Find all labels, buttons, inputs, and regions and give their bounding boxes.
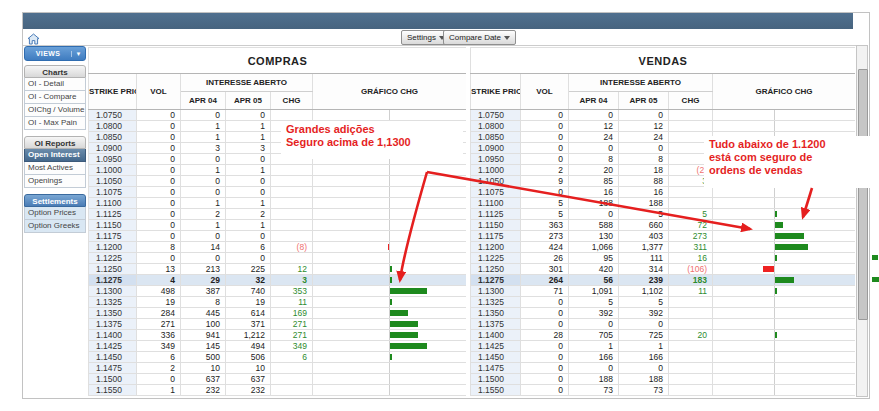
settings-dropdown-label: Settings bbox=[407, 33, 436, 42]
table-row[interactable]: 1.11255055 bbox=[471, 209, 856, 220]
chevron-down-icon bbox=[504, 36, 510, 40]
table-row[interactable]: 1.1225269511116 bbox=[471, 253, 856, 264]
apr04-cell: 8 bbox=[181, 297, 226, 308]
apr04-cell: 5 bbox=[569, 297, 619, 308]
table-row[interactable]: 1.1100011 bbox=[89, 198, 467, 209]
grafico-chg-cell bbox=[713, 121, 856, 132]
strike-price-cell: 1.1450 bbox=[471, 352, 521, 363]
sidebar-item-open-interest[interactable]: Open Interest bbox=[24, 149, 86, 162]
home-icon[interactable] bbox=[27, 31, 40, 43]
table-row[interactable]: 1.12004241,0661,377311 bbox=[471, 242, 856, 253]
table-row[interactable]: 1.14003369411,212271 bbox=[89, 330, 467, 341]
sidebar-item-oi-detail[interactable]: OI - Detail bbox=[24, 78, 86, 91]
positive-chg-bar bbox=[775, 244, 808, 250]
sidebar-item-oi-compare[interactable]: OI - Compare bbox=[24, 91, 86, 104]
table-row[interactable]: 1.15501232232 bbox=[89, 385, 467, 396]
table-row[interactable]: 1.1150011 bbox=[89, 220, 467, 231]
table-row[interactable]: 1.11005188188 bbox=[471, 198, 856, 209]
sidebar-item-openings[interactable]: Openings bbox=[24, 175, 86, 188]
table-row[interactable]: 1.1175273130403273 bbox=[471, 231, 856, 242]
sidebar-item-oi-max-pain[interactable]: OI - Max Pain bbox=[24, 117, 86, 130]
table-row[interactable]: 1.127526456239183 bbox=[471, 275, 856, 286]
vol-cell: 301 bbox=[521, 264, 569, 275]
vertical-scrollbar[interactable] bbox=[856, 45, 868, 397]
grafico-chg-cell bbox=[313, 374, 467, 385]
strike-price-cell: 1.1150 bbox=[89, 220, 137, 231]
apr05-cell: 88 bbox=[619, 176, 669, 187]
table-row[interactable]: 1.145065005066 bbox=[89, 352, 467, 363]
grafico-chg-cell bbox=[713, 286, 856, 297]
vol-cell: 2 bbox=[137, 363, 181, 374]
apr05-cell: 1,377 bbox=[619, 242, 669, 253]
strike-price-cell: 1.0750 bbox=[471, 110, 521, 121]
table-row[interactable]: 1.080001212 bbox=[471, 121, 856, 132]
table-row[interactable]: 1.1375000 bbox=[471, 319, 856, 330]
table-row[interactable]: 1.1225000 bbox=[89, 253, 467, 264]
apr05-cell: 8 bbox=[619, 154, 669, 165]
table-row[interactable]: 1.0750000 bbox=[471, 110, 856, 121]
views-button[interactable]: VIEWS ▼ bbox=[24, 46, 86, 61]
positive-chg-bar bbox=[390, 310, 408, 316]
table-row[interactable]: 1.1300711,0911,10211 bbox=[471, 286, 856, 297]
table-row[interactable]: 1.1325055 bbox=[471, 297, 856, 308]
table-row[interactable]: 1.0750000 bbox=[89, 110, 467, 121]
table-row[interactable]: 1.12008146(8) bbox=[89, 242, 467, 253]
table-row[interactable]: 1.12501321322512 bbox=[89, 264, 467, 275]
table-row[interactable]: 1.1000011 bbox=[89, 165, 467, 176]
table-row[interactable]: 1.1050000 bbox=[89, 176, 467, 187]
table-row[interactable]: 1.1350284445614169 bbox=[89, 308, 467, 319]
apr05-cell: 1 bbox=[226, 220, 271, 231]
grafico-chg-cell bbox=[713, 385, 856, 396]
vol-cell: 0 bbox=[521, 132, 569, 143]
table-row[interactable]: 1.1300498387740353 bbox=[89, 286, 467, 297]
vol-cell: 0 bbox=[137, 121, 181, 132]
table-row[interactable]: 1.1175000 bbox=[89, 231, 467, 242]
chg-cell: 349 bbox=[271, 341, 313, 352]
table-row[interactable]: 1.1125022 bbox=[89, 209, 467, 220]
apr05-cell: 371 bbox=[226, 319, 271, 330]
grafico-chg-cell bbox=[713, 352, 856, 363]
grafico-chg-cell bbox=[313, 198, 467, 209]
compare-date-dropdown[interactable]: Compare Date bbox=[443, 30, 516, 45]
table-row[interactable]: 1.107501616 bbox=[471, 187, 856, 198]
chg-cell bbox=[669, 297, 713, 308]
table-row[interactable]: 1.1475000 bbox=[471, 363, 856, 374]
table-row[interactable]: 1.15000637637 bbox=[89, 374, 467, 385]
table-row[interactable]: 1.14500166166 bbox=[471, 352, 856, 363]
table-row[interactable]: 1.13500392392 bbox=[471, 308, 856, 319]
table-row[interactable]: 1.115036358866072 bbox=[471, 220, 856, 231]
vol-cell: 0 bbox=[137, 231, 181, 242]
chg-cell: 6 bbox=[271, 352, 313, 363]
apr04-cell: 29 bbox=[181, 275, 226, 286]
table-row[interactable]: 1.13251981911 bbox=[89, 297, 467, 308]
sidebar-item-option-prices[interactable]: Option Prices bbox=[24, 207, 86, 220]
table-row[interactable]: 1.1275429323 bbox=[89, 275, 467, 286]
scrollbar-thumb[interactable] bbox=[858, 69, 868, 320]
sidebar-item-oichg-volume[interactable]: OIChg / Volume bbox=[24, 104, 86, 117]
table-row[interactable]: 1.1425349145494349 bbox=[89, 341, 467, 352]
table-row[interactable]: 1.15000188188 bbox=[471, 374, 856, 385]
table-row[interactable]: 1.1250301420314(106) bbox=[471, 264, 856, 275]
column-header-chg: CHG bbox=[669, 92, 713, 110]
table-row[interactable]: 1.1075000 bbox=[89, 187, 467, 198]
apr05-cell: 6 bbox=[226, 242, 271, 253]
table-row[interactable]: 1.155007373 bbox=[471, 385, 856, 396]
table-row[interactable]: 1.14002870572520 bbox=[471, 330, 856, 341]
apr04-cell: 73 bbox=[569, 385, 619, 396]
apr04-cell: 0 bbox=[569, 363, 619, 374]
table-row[interactable]: 1.1375271100371271 bbox=[89, 319, 467, 330]
vol-cell: 8 bbox=[137, 242, 181, 253]
apr04-cell: 3 bbox=[181, 143, 226, 154]
compras-table: COMPRASSTRIKE PRICEVOLINTERESSE ABERTOGR… bbox=[88, 47, 466, 397]
chg-cell bbox=[669, 198, 713, 209]
table-row[interactable]: 1.147521010 bbox=[89, 363, 467, 374]
views-button-label: VIEWS bbox=[25, 50, 71, 57]
apr05-cell: 0 bbox=[619, 110, 669, 121]
sidebar-item-option-greeks[interactable]: Option Greeks bbox=[24, 220, 86, 233]
chart-axis-line bbox=[774, 110, 775, 121]
strike-price-cell: 1.1275 bbox=[471, 275, 521, 286]
grafico-chg-cell bbox=[313, 297, 467, 308]
strike-price-cell: 1.1125 bbox=[471, 209, 521, 220]
table-row[interactable]: 1.1425011 bbox=[471, 341, 856, 352]
sidebar-item-most-actives[interactable]: Most Actives bbox=[24, 162, 86, 175]
